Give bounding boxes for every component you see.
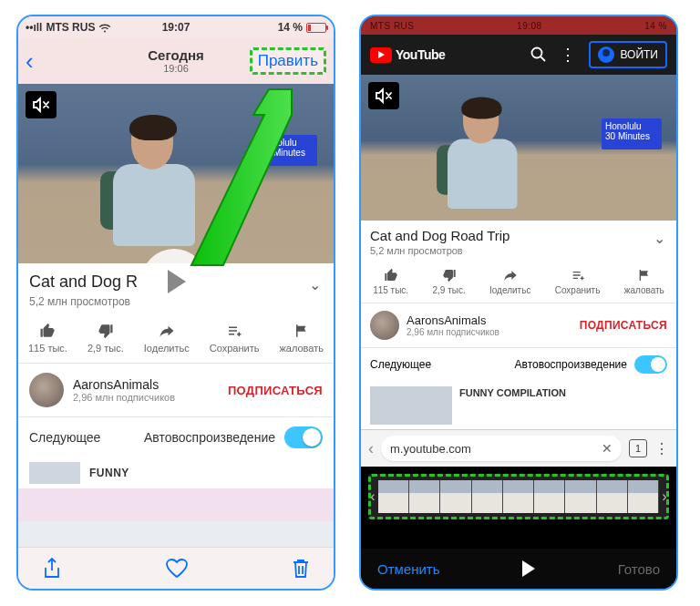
expand-chevron-icon[interactable]: ⌄ (654, 230, 665, 247)
video-views: 5,2 млн просмотров (370, 245, 667, 256)
timeline-frame (409, 480, 440, 513)
timeline-frame (378, 480, 409, 513)
clock: 19:07 (162, 21, 190, 34)
autoplay-label: Автовоспроизведение (515, 358, 627, 371)
channel-row[interactable]: AaronsAnimals 2,96 млн подписчиков ПОДПИ… (18, 364, 334, 417)
like-count: 115 тыс. (373, 285, 408, 295)
avatar (370, 311, 399, 340)
video-title: Cat and Dog Road Trip (370, 228, 667, 243)
avatar (29, 373, 64, 407)
clock: 19:08 (517, 21, 542, 31)
share-button[interactable]: Iоделитьс (144, 323, 190, 354)
status-bar: MTS RUS 19:08 14 % (361, 16, 676, 35)
carrier-label: MTS RUS (46, 21, 95, 34)
autoplay-switch[interactable] (284, 426, 323, 448)
subscribe-button[interactable]: ПОДПИСАТЬСЯ (228, 384, 323, 397)
autoplay-switch[interactable] (634, 355, 667, 374)
upnext-label: Следующее (370, 358, 431, 371)
sign-line2: 30 Minutes (605, 131, 658, 141)
sign-overlay: Honolulu 30 Minutes (602, 118, 662, 149)
bottom-toolbar (18, 547, 334, 589)
login-button[interactable]: ВОЙТИ (589, 41, 667, 68)
autoplay-label: Автовоспроизведение (144, 430, 275, 445)
dislike-count: 2,9 тыс. (432, 285, 465, 295)
action-bar: 115 тыс. 2,9 тыс. Iоделитьс Сохранить жа… (361, 263, 676, 303)
wifi-icon (98, 23, 111, 33)
person-graphic (95, 118, 204, 264)
person-graphic (432, 100, 525, 224)
channel-row[interactable]: AaronsAnimals 2,96 млн подписчиков ПОДПИ… (361, 303, 676, 348)
save-button[interactable]: Сохранить (555, 268, 601, 295)
share-label: Iоделитьс (144, 343, 190, 354)
report-label: жаловать (279, 343, 324, 354)
next-video-title: FUNNY COMPILATION (459, 386, 566, 399)
trim-timeline[interactable]: ‹ › (368, 474, 669, 519)
svg-point-1 (532, 48, 542, 58)
next-thumb (29, 462, 80, 484)
timeline-frame (565, 480, 596, 513)
trim-handle-left[interactable]: ‹ (367, 477, 378, 517)
share-button[interactable]: Iоделитьс (489, 268, 530, 295)
timeline-frame (534, 480, 565, 513)
sign-line1: Honolulu (261, 138, 314, 148)
edit-bottom-bar: Отменить Готово (361, 549, 676, 589)
report-button[interactable]: жаловать (624, 268, 664, 295)
save-label: Сохранить (555, 285, 601, 295)
next-video-row[interactable]: FUNNY COMPILATION (361, 381, 676, 430)
timeline-frame (628, 480, 659, 513)
save-label: Сохранить (210, 343, 260, 354)
like-button[interactable]: 115 тыс. (373, 268, 408, 295)
favorite-icon[interactable] (165, 558, 189, 579)
dislike-count: 2,9 тыс. (88, 343, 124, 354)
timeline-frame (472, 480, 503, 513)
battery-label: 14 % (644, 21, 667, 31)
url-bar[interactable]: m.youtube.com ✕ (381, 436, 622, 461)
cancel-button[interactable]: Отменить (377, 561, 440, 577)
video-preview[interactable]: Honolulu 30 Minutes (361, 75, 676, 221)
sign-line1: Honolulu (605, 121, 658, 131)
upnext-label: Следующее (29, 430, 100, 445)
search-icon[interactable] (530, 46, 547, 63)
video-preview[interactable]: Honolulu 30 Minutes (18, 84, 334, 263)
next-video-row[interactable]: FUNNY (18, 457, 334, 488)
share-sheet-icon[interactable] (42, 558, 62, 580)
battery-low-icon (306, 23, 326, 33)
save-button[interactable]: Сохранить (210, 323, 260, 354)
video-info[interactable]: Cat and Dog Road Trip 5,2 млн просмотров… (361, 221, 676, 263)
trim-handle-right[interactable]: › (659, 477, 670, 517)
back-button[interactable]: ‹ (368, 439, 374, 458)
kebab-icon[interactable]: ⋮ (560, 45, 576, 65)
status-bar: ••ıll MTS RUS 19:07 14 % (18, 16, 334, 38)
nav-bar: ‹ Сегодня 19:06 Править (18, 38, 334, 84)
mute-icon[interactable] (26, 91, 57, 118)
play-icon[interactable] (522, 560, 535, 577)
mute-icon[interactable] (368, 82, 399, 109)
report-button[interactable]: жаловать (279, 323, 324, 354)
timeline-frame (503, 480, 534, 513)
youtube-topbar: YouTube ⋮ ВОЙТИ (361, 35, 676, 75)
dislike-button[interactable]: 2,9 тыс. (432, 268, 465, 295)
sign-overlay: Honolulu 30 Minutes (257, 135, 317, 166)
person-icon (598, 46, 614, 63)
tabs-count: 1 (635, 443, 641, 454)
sign-line2: 30 Minutes (261, 148, 314, 158)
edit-button[interactable]: Править (250, 47, 326, 75)
dislike-button[interactable]: 2,9 тыс. (88, 323, 124, 354)
done-button[interactable]: Готово (618, 561, 660, 577)
youtube-logo[interactable]: YouTube (370, 47, 445, 63)
like-button[interactable]: 115 тыс. (28, 323, 67, 354)
sheet-handle[interactable] (18, 488, 334, 521)
next-video-title: FUNNY (89, 467, 129, 479)
tabs-button[interactable]: 1 (629, 439, 647, 457)
play-overlay-icon[interactable] (141, 249, 207, 314)
trash-icon[interactable] (292, 558, 310, 580)
expand-chevron-icon[interactable]: ⌄ (309, 276, 321, 293)
clear-icon[interactable]: ✕ (602, 441, 612, 456)
channel-subs: 2,96 млн подписчиков (73, 392, 219, 403)
share-label: Iоделитьс (489, 285, 530, 295)
subscribe-button[interactable]: ПОДПИСАТЬСЯ (580, 319, 667, 332)
kebab-icon[interactable]: ⋮ (654, 440, 669, 457)
channel-name: AaronsAnimals (73, 377, 219, 392)
back-button[interactable]: ‹ (26, 47, 34, 76)
channel-subs: 2,96 млн подписчиков (407, 327, 572, 337)
